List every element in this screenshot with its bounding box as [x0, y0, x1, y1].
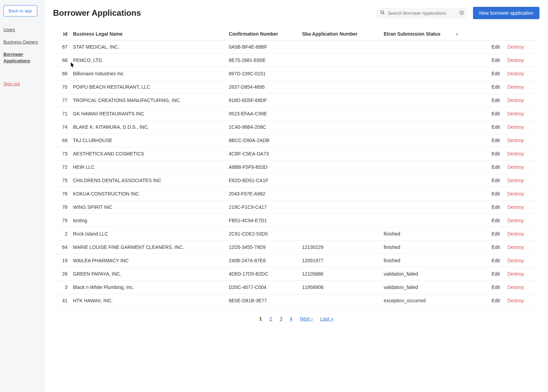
destroy-link[interactable]: Destroy: [507, 124, 524, 130]
cell-confirmation: 8E75-2881-E85E: [226, 54, 299, 67]
cell-confirmation: 2637-D854-4695: [226, 80, 299, 94]
edit-link[interactable]: Edit: [491, 84, 500, 90]
cell-confirmation: 897D-226C-0151: [226, 67, 299, 80]
back-to-app-button[interactable]: Back to app: [3, 5, 37, 16]
cell-confirmation: FB51-4C94-E7D1: [226, 214, 299, 227]
cell-etran: [381, 67, 489, 80]
column-header-etran[interactable]: Etran Submission Status ▼: [381, 28, 489, 40]
pagination-page-2[interactable]: 2: [269, 316, 272, 321]
cell-sba: [299, 227, 381, 241]
edit-link[interactable]: Edit: [491, 98, 500, 103]
destroy-link[interactable]: Destroy: [507, 284, 524, 290]
cell-business-name: AESTHETICS AND COSMETICS: [70, 147, 226, 161]
edit-link[interactable]: Edit: [491, 138, 500, 143]
cell-actions: EditDestroy: [489, 227, 539, 241]
destroy-link[interactable]: Destroy: [507, 151, 524, 156]
cell-sba: [299, 94, 381, 107]
destroy-link[interactable]: Destroy: [507, 84, 524, 90]
search-input[interactable]: [388, 11, 456, 16]
destroy-link[interactable]: Destroy: [507, 111, 524, 116]
cell-sba: 12130229: [299, 241, 381, 254]
edit-link[interactable]: Edit: [491, 124, 500, 130]
cell-actions: EditDestroy: [489, 121, 539, 134]
cell-actions: EditDestroy: [489, 161, 539, 174]
cell-business-name: TROPICAL CREATIONS MANUFACTURING, INC.: [70, 94, 226, 107]
column-header-business-name[interactable]: Business Legal Name: [70, 28, 226, 40]
edit-link[interactable]: Edit: [491, 58, 500, 63]
destroy-link[interactable]: Destroy: [507, 44, 524, 50]
column-header-confirmation[interactable]: Confirmation Number: [226, 28, 299, 40]
edit-link[interactable]: Edit: [491, 178, 500, 183]
edit-link[interactable]: Edit: [491, 71, 500, 76]
edit-link[interactable]: Edit: [491, 244, 500, 250]
sort-desc-icon: ▼: [456, 33, 459, 36]
destroy-link[interactable]: Destroy: [507, 71, 524, 76]
cell-business-name: Black n White Plumbing, Inc.: [70, 281, 226, 294]
sidebar-nav: Users Business Owners Borrower Applicati…: [3, 27, 41, 64]
sign-out-link[interactable]: Sign out: [3, 81, 41, 86]
cell-business-name: KOKUA CONSTRUCTION INC: [70, 187, 226, 201]
sidebar-item-borrower-applications[interactable]: Borrower Applications: [3, 51, 41, 64]
sidebar-item-users[interactable]: Users: [3, 27, 41, 33]
cell-id: 2: [53, 227, 70, 241]
edit-link[interactable]: Edit: [491, 44, 500, 50]
cell-id: 77: [53, 94, 70, 107]
edit-link[interactable]: Edit: [491, 218, 500, 223]
cell-id: 69: [53, 134, 70, 147]
destroy-link[interactable]: Destroy: [507, 138, 524, 143]
edit-link[interactable]: Edit: [491, 231, 500, 237]
table-row: 41HTK HAWAII, INC.6E0E-D81B-3E77exceptio…: [53, 294, 539, 307]
table-row: 68PEMCO, LTD.8E75-2881-E85EEditDestroy: [53, 54, 539, 67]
edit-link[interactable]: Edit: [491, 164, 500, 170]
cell-actions: EditDestroy: [489, 174, 539, 187]
sidebar-item-business-owners[interactable]: Business Owners: [3, 39, 41, 45]
edit-link[interactable]: Edit: [491, 111, 500, 116]
edit-link[interactable]: Edit: [491, 271, 500, 277]
cell-sba: [299, 54, 381, 67]
destroy-link[interactable]: Destroy: [507, 164, 524, 170]
destroy-link[interactable]: Destroy: [507, 231, 524, 237]
edit-link[interactable]: Edit: [491, 284, 500, 290]
new-borrower-application-button[interactable]: New borrower application: [473, 7, 539, 19]
pagination-last[interactable]: Last »: [320, 316, 333, 321]
cell-etran: [381, 187, 489, 201]
edit-link[interactable]: Edit: [491, 258, 500, 263]
cell-confirmation: 0523-EFAA-C99E: [226, 107, 299, 121]
cell-confirmation: E62D-BD51-CA1F: [226, 174, 299, 187]
cell-actions: EditDestroy: [489, 187, 539, 201]
edit-link[interactable]: Edit: [491, 298, 500, 303]
column-header-sba[interactable]: Sba Application Number: [299, 28, 381, 40]
destroy-link[interactable]: Destroy: [507, 298, 524, 303]
destroy-link[interactable]: Destroy: [507, 258, 524, 263]
cell-id: 75: [53, 174, 70, 187]
cell-actions: EditDestroy: [489, 67, 539, 80]
cell-confirmation: 4DE0-17D5-B2DC: [226, 267, 299, 281]
column-header-id[interactable]: Id: [53, 28, 70, 40]
cell-business-name: STAT MEDICAL, INC.: [70, 40, 226, 54]
destroy-link[interactable]: Destroy: [507, 178, 524, 183]
edit-link[interactable]: Edit: [491, 191, 500, 197]
destroy-link[interactable]: Destroy: [507, 218, 524, 223]
cell-confirmation: 12D5-3455-79D9: [226, 241, 299, 254]
destroy-link[interactable]: Destroy: [507, 204, 524, 210]
cell-etran: [381, 161, 489, 174]
cell-etran: validation_failed: [381, 267, 489, 281]
edit-link[interactable]: Edit: [491, 204, 500, 210]
cell-business-name: BLAKE K. KITAMURA, D.D.S., INC.: [70, 121, 226, 134]
destroy-link[interactable]: Destroy: [507, 191, 524, 197]
edit-link[interactable]: Edit: [491, 151, 500, 156]
pagination-next[interactable]: Next ›: [300, 316, 313, 321]
pagination-page-3[interactable]: 3: [279, 316, 282, 321]
cell-sba: [299, 134, 381, 147]
destroy-link[interactable]: Destroy: [507, 244, 524, 250]
destroy-link[interactable]: Destroy: [507, 98, 524, 103]
cell-sba: [299, 187, 381, 201]
cell-id: 26: [53, 267, 70, 281]
cell-business-name: CHILDRENS DENTAL ASSOCIATES INC: [70, 174, 226, 187]
destroy-link[interactable]: Destroy: [507, 271, 524, 277]
pagination-page-4[interactable]: 4: [290, 316, 292, 321]
cell-confirmation: 4CBF-C5EA-DA73: [226, 147, 299, 161]
table-row: 66Billionaire Industries Inc897D-226C-01…: [53, 67, 539, 80]
clear-search-icon[interactable]: [459, 10, 464, 16]
destroy-link[interactable]: Destroy: [507, 58, 524, 63]
